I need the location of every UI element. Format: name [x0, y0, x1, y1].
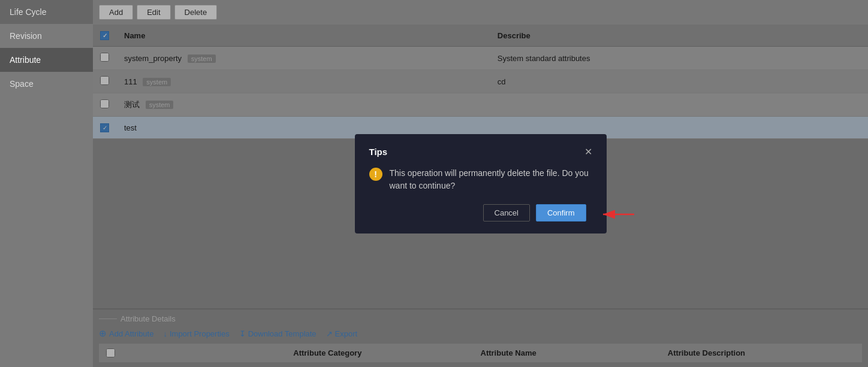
modal-overlay: Tips ✕ ! This operation will permanently… [93, 0, 868, 367]
sidebar-item-revision[interactable]: Revision [0, 24, 93, 48]
main-content: Add Edit Delete ✓ Name Describe [93, 0, 868, 367]
modal-message: This operation will permanently delete t… [390, 167, 592, 192]
modal-title: Tips [369, 147, 388, 157]
cancel-button[interactable]: Cancel [483, 204, 530, 222]
modal-footer: Cancel Confirm [369, 204, 592, 222]
sidebar-item-lifecycle[interactable]: Life Cycle [0, 0, 93, 24]
close-icon[interactable]: ✕ [584, 146, 592, 157]
tips-modal: Tips ✕ ! This operation will permanently… [355, 134, 607, 233]
modal-header: Tips ✕ [369, 146, 592, 157]
warning-icon: ! [369, 168, 382, 181]
modal-body: ! This operation will permanently delete… [369, 167, 592, 192]
sidebar-item-space[interactable]: Space [0, 72, 93, 96]
sidebar: Life Cycle Revision Attribute Space [0, 0, 93, 367]
confirm-button[interactable]: Confirm [536, 204, 586, 222]
arrow-indicator [598, 205, 646, 223]
sidebar-item-attribute[interactable]: Attribute [0, 48, 93, 72]
